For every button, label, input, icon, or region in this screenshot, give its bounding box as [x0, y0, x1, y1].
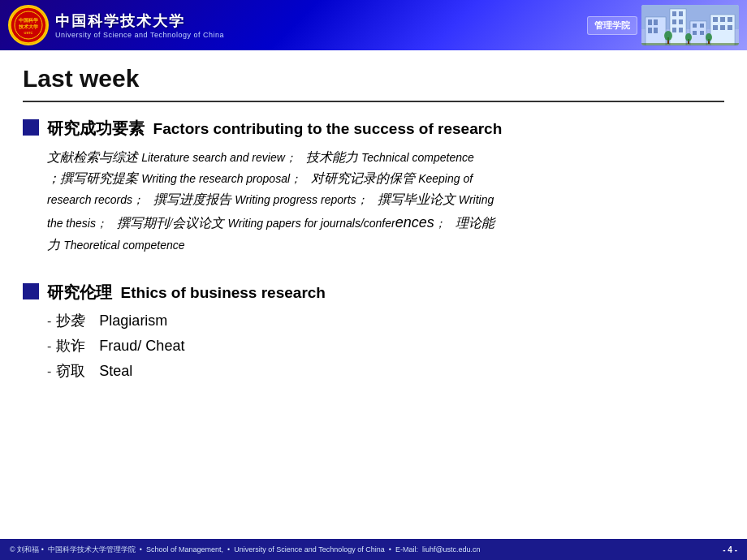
svg-rect-10 — [648, 28, 652, 33]
svg-text:技术大学: 技术大学 — [18, 24, 38, 29]
bullet-square-icon — [23, 119, 39, 136]
sub-item-cn: 抄袭 — [56, 310, 85, 332]
sub-bullet-icon-3: - — [47, 362, 51, 381]
section1-body: 文献检索与综述 Literature search and review； 技术… — [47, 147, 724, 256]
header: 中国科学 技术大学 USTC 中国科学技术大学 University of Sc… — [0, 0, 747, 50]
svg-rect-21 — [700, 24, 704, 28]
svg-rect-17 — [672, 28, 676, 32]
section1-cn: 研究成功要素 — [47, 119, 145, 137]
slide-title: Last week — [23, 65, 724, 93]
footer-school-en: School of Management, — [146, 545, 223, 554]
svg-rect-15 — [672, 19, 676, 24]
body-line-2: ；撰写研究提案 Writing the research proposal； 对… — [47, 171, 473, 185]
svg-rect-18 — [679, 28, 683, 32]
section1-heading-text: 研究成功要素 Factors contributing to the succe… — [47, 117, 502, 140]
svg-rect-20 — [693, 24, 697, 28]
svg-rect-11 — [654, 28, 658, 33]
svg-rect-28 — [713, 25, 718, 30]
footer-bullet-2: • — [227, 545, 230, 554]
section-ethics: 研究伦理 Ethics of business research - 抄袭 Pl… — [23, 281, 724, 383]
body-line-3: research records； 撰写进度报告 Writing progres… — [47, 192, 494, 206]
spacer — [23, 269, 724, 281]
sub-bullet-icon-2: - — [47, 337, 51, 356]
section2-sub-items: - 抄袭 Plagiarism - 欺诈 Fraud/ Cheat - 窃取 S… — [47, 310, 724, 382]
sub-item-fraud: - 欺诈 Fraud/ Cheat — [47, 335, 724, 357]
main-content: Last week 研究成功要素 Factors contributing to… — [0, 50, 747, 539]
footer-copyright: © 刘和福 • — [10, 545, 44, 554]
svg-text:中国科学: 中国科学 — [19, 17, 38, 23]
svg-rect-14 — [679, 11, 683, 16]
footer-bullet-1: • — [140, 545, 142, 554]
svg-rect-31 — [641, 43, 739, 45]
title-divider — [23, 101, 724, 102]
svg-rect-26 — [720, 17, 725, 22]
university-name-en: University of Science and Technology of … — [55, 31, 224, 39]
svg-rect-27 — [728, 17, 732, 22]
section2-heading: 研究伦理 Ethics of business research — [23, 281, 724, 304]
sub-item-steal: - 窃取 Steal — [47, 360, 724, 382]
svg-rect-23 — [700, 31, 704, 35]
footer-university: University of Science and Technology of … — [234, 545, 384, 554]
svg-rect-25 — [713, 17, 718, 22]
university-name-cn: 中国科学技术大学 — [55, 11, 224, 31]
body-line-4: the thesis； 撰写期刊/会议论文 Writing papers for… — [47, 216, 494, 230]
sub-bullet-icon: - — [47, 312, 51, 331]
svg-rect-13 — [672, 11, 676, 16]
svg-point-33 — [664, 31, 672, 41]
sub-item-cn-2: 欺诈 — [56, 335, 85, 357]
svg-point-35 — [685, 33, 692, 41]
svg-rect-16 — [679, 19, 683, 24]
section2-en: Ethics of business research — [121, 284, 326, 301]
sub-item-cn-3: 窃取 — [56, 360, 85, 382]
footer: © 刘和福 • 中国科学技术大学管理学院 • School of Managem… — [0, 539, 747, 560]
building-illustration — [641, 5, 739, 45]
footer-email-label: E-Mail: — [395, 545, 418, 554]
sub-item-en-3: Steal — [99, 360, 132, 382]
svg-rect-8 — [648, 19, 652, 25]
sub-item-plagiarism: - 抄袭 Plagiarism — [47, 310, 724, 332]
svg-text:USTC: USTC — [24, 31, 33, 35]
university-logo: 中国科学 技术大学 USTC — [8, 5, 49, 45]
section2-cn: 研究伦理 — [47, 283, 112, 301]
svg-rect-30 — [728, 25, 732, 30]
section2-heading-text: 研究伦理 Ethics of business research — [47, 281, 326, 304]
footer-bullet-3: • — [389, 545, 391, 554]
section1-en: Factors contributing to the success of r… — [153, 120, 503, 137]
svg-rect-9 — [654, 19, 658, 25]
svg-rect-29 — [720, 25, 725, 30]
body-line-1: 文献检索与综述 Literature search and review； 技术… — [47, 150, 474, 164]
footer-email: liuhf@ustc.edu.cn — [422, 545, 481, 554]
section1-heading: 研究成功要素 Factors contributing to the succe… — [23, 117, 724, 140]
svg-point-37 — [706, 33, 712, 41]
body-line-5: 力 Theoretical competence — [47, 238, 185, 252]
bullet-square-icon-2 — [23, 283, 39, 299]
sub-item-en-2: Fraud/ Cheat — [99, 335, 184, 357]
svg-rect-22 — [693, 31, 697, 35]
section-research-factors: 研究成功要素 Factors contributing to the succe… — [23, 117, 724, 256]
footer-page-number: - 4 - — [723, 545, 737, 554]
sub-item-en: Plagiarism — [99, 310, 167, 332]
university-name-block: 中国科学技术大学 University of Science and Techn… — [55, 11, 224, 39]
header-right: 管理学院 — [587, 5, 739, 45]
header-left: 中国科学 技术大学 USTC 中国科学技术大学 University of Sc… — [8, 5, 224, 45]
school-badge: 管理学院 — [587, 16, 637, 35]
footer-school-cn: 中国科学技术大学管理学院 — [48, 545, 136, 554]
footer-info: © 刘和福 • 中国科学技术大学管理学院 • School of Managem… — [10, 545, 481, 555]
